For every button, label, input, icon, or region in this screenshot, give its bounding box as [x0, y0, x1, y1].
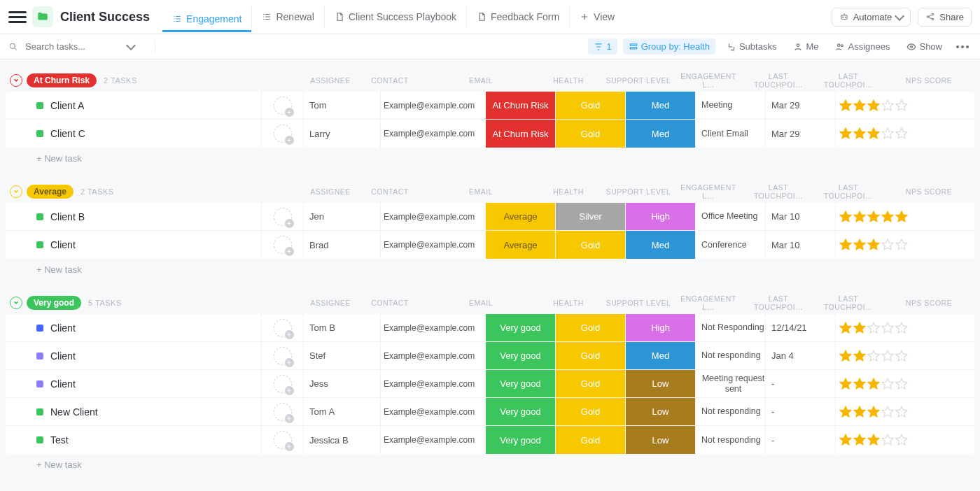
email-cell[interactable]: Example@example.com	[380, 120, 485, 148]
assignee-cell[interactable]	[261, 120, 303, 148]
contact-cell[interactable]: Jess	[303, 370, 380, 397]
assignee-cell[interactable]	[261, 426, 303, 454]
table-row[interactable]: New Client Tom A Example@example.com Ver…	[6, 398, 974, 426]
automate-button[interactable]: Automate	[832, 8, 911, 27]
health-badge[interactable]: Very good	[485, 426, 555, 454]
subtasks-button[interactable]: Subtasks	[721, 38, 782, 55]
touchpoint-type[interactable]: Not responding	[695, 426, 765, 454]
touchpoint-type[interactable]: Not responding	[695, 342, 765, 369]
touchpoint-date[interactable]: -	[765, 426, 835, 454]
contact-cell[interactable]: Larry	[303, 120, 380, 148]
show-button[interactable]: Show	[901, 38, 948, 55]
touchpoint-type[interactable]: Client Email	[695, 120, 765, 148]
nps-score[interactable]	[835, 92, 926, 119]
health-badge[interactable]: Average	[485, 231, 555, 259]
touchpoint-date[interactable]: Mar 10	[765, 203, 835, 230]
task-name[interactable]: Client	[6, 350, 261, 362]
engagement-badge[interactable]: Med	[625, 92, 695, 119]
touchpoint-date[interactable]: Mar 29	[765, 120, 835, 148]
tab-client-success-playbook[interactable]: Client Success Playbook	[324, 6, 466, 28]
touchpoint-date[interactable]: -	[765, 370, 835, 397]
touchpoint-type[interactable]: Not Responding	[695, 314, 765, 341]
assignee-avatar-empty-icon[interactable]	[274, 208, 292, 226]
health-badge[interactable]: Very good	[485, 314, 555, 341]
collapse-toggle[interactable]	[10, 185, 22, 198]
nps-score[interactable]	[835, 398, 926, 425]
new-task-button[interactable]: + New task	[6, 259, 974, 278]
task-name[interactable]: Client A	[6, 100, 261, 111]
assignees-button[interactable]: Assignees	[830, 38, 895, 55]
new-task-button[interactable]: + New task	[6, 454, 974, 473]
email-cell[interactable]: Example@example.com	[380, 398, 485, 425]
more-button[interactable]	[953, 43, 972, 51]
touchpoint-date[interactable]: Mar 10	[765, 231, 835, 259]
touchpoint-type[interactable]: Office Meeting	[695, 203, 765, 230]
table-row[interactable]: Test Jessica B Example@example.com Very …	[6, 426, 974, 454]
email-cell[interactable]: Example@example.com	[380, 370, 485, 397]
contact-cell[interactable]: Jen	[303, 203, 380, 230]
assignee-avatar-empty-icon[interactable]	[274, 124, 292, 143]
support-badge[interactable]: Gold	[555, 370, 625, 397]
assignee-avatar-empty-icon[interactable]	[274, 97, 292, 115]
nps-score[interactable]	[835, 231, 926, 259]
assignee-avatar-empty-icon[interactable]	[274, 431, 292, 449]
support-badge[interactable]: Silver	[555, 203, 625, 230]
assignee-avatar-empty-icon[interactable]	[274, 403, 292, 421]
nps-score[interactable]	[835, 314, 926, 341]
task-name[interactable]: Client	[6, 378, 261, 390]
touchpoint-type[interactable]: Meeting	[695, 92, 765, 119]
touchpoint-date[interactable]: 12/14/21	[765, 314, 835, 341]
assignee-cell[interactable]	[261, 92, 303, 119]
filter-button[interactable]: 1	[588, 38, 617, 55]
assignee-cell[interactable]	[261, 231, 303, 259]
support-badge[interactable]: Gold	[555, 92, 625, 119]
email-cell[interactable]: Example@example.com	[380, 342, 485, 369]
nps-score[interactable]	[835, 370, 926, 397]
me-button[interactable]: Me	[788, 38, 824, 55]
email-cell[interactable]: Example@example.com	[380, 203, 485, 230]
assignee-avatar-empty-icon[interactable]	[274, 347, 292, 365]
tab-view[interactable]: View	[569, 6, 624, 28]
menu-icon[interactable]	[8, 8, 27, 25]
assignee-avatar-empty-icon[interactable]	[274, 236, 292, 254]
support-badge[interactable]: Gold	[555, 120, 625, 148]
assignee-cell[interactable]	[261, 314, 303, 341]
table-row[interactable]: Client Jess Example@example.com Very goo…	[6, 370, 974, 398]
tab-renewal[interactable]: Renewal	[251, 6, 323, 28]
assignee-cell[interactable]	[261, 398, 303, 425]
health-badge[interactable]: Very good	[485, 370, 555, 397]
nps-score[interactable]	[835, 203, 926, 230]
assignee-avatar-empty-icon[interactable]	[274, 375, 292, 393]
collapse-toggle[interactable]	[10, 297, 22, 309]
health-badge[interactable]: Very good	[485, 398, 555, 425]
contact-cell[interactable]: Jessica B	[303, 426, 380, 454]
assignee-cell[interactable]	[261, 342, 303, 369]
email-cell[interactable]: Example@example.com	[380, 231, 485, 259]
support-badge[interactable]: Gold	[555, 398, 625, 425]
task-name[interactable]: New Client	[6, 406, 261, 418]
contact-cell[interactable]: Tom	[303, 92, 380, 119]
health-badge[interactable]: At Churn Risk	[485, 120, 555, 148]
contact-cell[interactable]: Stef	[303, 342, 380, 369]
engagement-badge[interactable]: Low	[625, 426, 695, 454]
touchpoint-date[interactable]: -	[765, 398, 835, 425]
engagement-badge[interactable]: Low	[625, 398, 695, 425]
groupby-button[interactable]: Group by: Health	[623, 38, 715, 55]
contact-cell[interactable]: Tom A	[303, 398, 380, 425]
chevron-down-icon[interactable]	[126, 41, 136, 50]
support-badge[interactable]: Gold	[555, 231, 625, 259]
engagement-badge[interactable]: High	[625, 314, 695, 341]
contact-cell[interactable]: Brad	[303, 231, 380, 259]
assignee-avatar-empty-icon[interactable]	[274, 319, 292, 337]
nps-score[interactable]	[835, 426, 926, 454]
task-name[interactable]: Client	[6, 239, 261, 250]
health-badge[interactable]: At Churn Risk	[485, 92, 555, 119]
email-cell[interactable]: Example@example.com	[380, 426, 485, 454]
task-name[interactable]: Test	[6, 434, 261, 446]
task-name[interactable]: Client	[6, 322, 261, 334]
table-row[interactable]: Client A Tom Example@example.com At Chur…	[6, 92, 974, 120]
engagement-badge[interactable]: Med	[625, 231, 695, 259]
engagement-badge[interactable]: Med	[625, 120, 695, 148]
engagement-badge[interactable]: High	[625, 203, 695, 230]
support-badge[interactable]: Gold	[555, 314, 625, 341]
